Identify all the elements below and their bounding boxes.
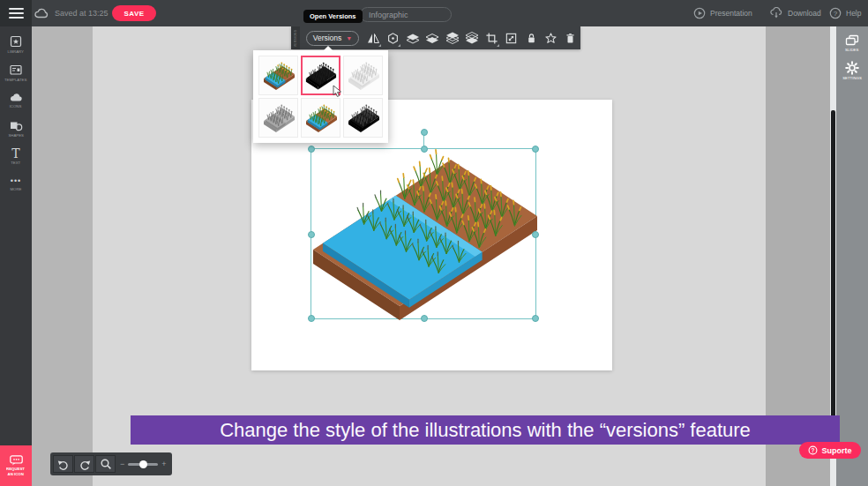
help-label: Help [846, 9, 861, 18]
delete-icon[interactable] [561, 26, 580, 49]
slides-icon [844, 34, 860, 47]
bring-to-front-icon[interactable] [443, 26, 462, 49]
topbar: Saved at 13:25 SAVE Presentation Downloa… [0, 0, 868, 26]
presentation-button[interactable]: Presentation [693, 7, 752, 19]
bring-forward-icon[interactable] [403, 26, 423, 49]
help-button[interactable]: ? Help [829, 7, 861, 19]
undo-button[interactable] [53, 455, 73, 473]
color-style-icon[interactable] [384, 26, 403, 49]
support-button[interactable]: ? Suporte [799, 442, 861, 459]
text-icon: T [11, 147, 19, 160]
star-icon[interactable] [541, 26, 560, 49]
version-thumbnail-full-color[interactable] [258, 56, 298, 95]
play-circle-icon [693, 7, 706, 19]
settings-gear-icon [845, 61, 859, 75]
selection-handle-s[interactable] [421, 315, 428, 322]
element-toolbar: VERSIONS Versions ▼ [291, 26, 580, 49]
toolbar-drag-handle[interactable]: VERSIONS [291, 26, 300, 49]
icons-cloud-icon [9, 91, 24, 103]
versions-label: Versions [313, 34, 342, 42]
selection-handle-e[interactable] [532, 231, 539, 238]
resize-icon[interactable] [502, 26, 521, 49]
selection-handle-ne[interactable] [532, 146, 539, 153]
send-to-back-icon[interactable] [462, 26, 482, 49]
question-circle-icon: ? [808, 445, 818, 455]
shapes-icon [9, 119, 23, 132]
more-ellipsis-icon: ••• [11, 176, 21, 186]
selection-box [311, 148, 536, 319]
video-caption: Change the style of the illustrations wi… [131, 415, 840, 445]
selection-handle-nw[interactable] [308, 146, 315, 153]
version-thumbnail-grayscale[interactable] [258, 98, 298, 138]
flip-icon[interactable] [363, 26, 383, 49]
save-button[interactable]: SAVE [112, 5, 156, 21]
zoom-out-button[interactable]: − [120, 460, 124, 468]
workspace-left-margin [32, 26, 93, 486]
zoom-search-button[interactable] [95, 455, 116, 473]
selection-handle-sw[interactable] [308, 315, 315, 322]
chevron-down-icon: ▼ [346, 35, 352, 41]
sidebar-item-more[interactable]: ••• MORE [0, 176, 32, 204]
panel-caret [324, 46, 333, 50]
sidebar-item-settings[interactable]: SETTINGS [839, 61, 865, 81]
right-sidebar: SLIDES SETTINGS [836, 26, 868, 486]
cloud-download-icon [769, 7, 783, 19]
sidebar-item-slides[interactable]: SLIDES [842, 34, 861, 53]
lock-icon[interactable] [521, 26, 541, 49]
sidebar-item-templates[interactable]: TEMPLATES [0, 63, 32, 91]
canvas-illustration[interactable] [311, 149, 537, 320]
chat-bubble-icon [9, 454, 24, 467]
send-backward-icon[interactable] [423, 26, 442, 49]
sidebar-item-library[interactable]: LIBRARY [0, 34, 32, 63]
download-button[interactable]: Download [769, 7, 821, 19]
version-thumbnail-white-outline[interactable] [343, 56, 383, 95]
app-window: Saved at 13:25 SAVE Presentation Downloa… [0, 0, 868, 486]
document-title-input[interactable] [360, 7, 452, 22]
open-versions-tooltip: Open Versions [303, 10, 363, 23]
download-label: Download [788, 9, 821, 18]
version-thumbnail-black-solid[interactable] [301, 56, 340, 95]
left-sidebar: LIBRARY TEMPLATES ICONS SHAPES T TEXT ••… [0, 26, 32, 445]
version-thumbnail-black-detail[interactable] [343, 98, 383, 138]
saved-status: Saved at 13:25 [55, 9, 108, 18]
support-label: Suporte [821, 446, 851, 455]
versions-dropdown[interactable]: Versions ▼ [306, 31, 360, 46]
zoom-controls: − + [50, 452, 172, 475]
zoom-slider[interactable] [128, 463, 158, 466]
library-icon [9, 34, 23, 49]
sidebar-item-text[interactable]: T TEXT [0, 147, 32, 176]
zoom-slider-thumb[interactable] [139, 460, 147, 468]
cloud-sync-icon [34, 7, 49, 19]
templates-icon [9, 63, 23, 77]
svg-text:?: ? [812, 447, 815, 453]
versions-panel [253, 50, 388, 143]
sidebar-item-icons[interactable]: ICONS [0, 91, 32, 119]
hamburger-menu-button[interactable] [0, 0, 32, 26]
svg-text:?: ? [834, 10, 838, 18]
selection-handle-n[interactable] [421, 146, 428, 153]
scrollbar-thumb[interactable] [831, 110, 835, 438]
selection-handle-se[interactable] [532, 315, 539, 322]
versions-grid [253, 50, 388, 143]
rotation-handle[interactable] [421, 129, 428, 136]
presentation-label: Presentation [710, 9, 752, 18]
zoom-in-button[interactable]: + [161, 460, 166, 468]
version-thumbnail-flat-color[interactable] [301, 98, 340, 138]
selection-handle-w[interactable] [308, 231, 315, 238]
sidebar-item-shapes[interactable]: SHAPES [0, 119, 32, 147]
help-circle-icon: ? [829, 7, 842, 19]
request-an-icon-button[interactable]: REQUEST AN ICON [0, 445, 32, 486]
crop-icon[interactable] [482, 26, 501, 49]
redo-button[interactable] [74, 455, 94, 473]
mouse-cursor-icon [332, 85, 343, 97]
